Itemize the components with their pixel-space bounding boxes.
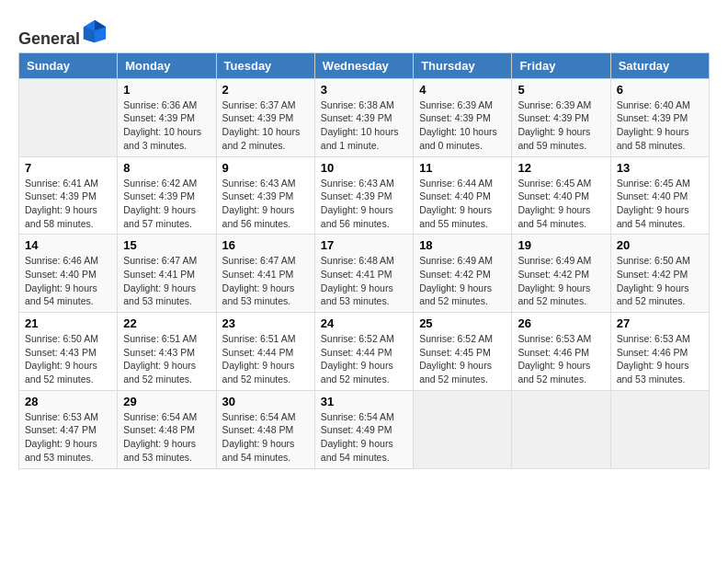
day-header-friday: Friday [512,52,610,78]
day-info: Sunrise: 6:53 AMSunset: 4:46 PMDaylight:… [617,332,703,386]
calendar-week-row: 14Sunrise: 6:46 AMSunset: 4:40 PMDayligh… [19,235,710,313]
calendar-cell: 7Sunrise: 6:41 AMSunset: 4:39 PMDaylight… [19,156,118,235]
calendar-cell: 14Sunrise: 6:46 AMSunset: 4:40 PMDayligh… [19,235,118,313]
calendar-cell: 26Sunrise: 6:53 AMSunset: 4:46 PMDayligh… [512,313,610,391]
day-info: Sunrise: 6:54 AMSunset: 4:48 PMDaylight:… [222,410,309,465]
day-info: Sunrise: 6:44 AMSunset: 4:40 PMDaylight:… [419,177,506,231]
day-info: Sunrise: 6:54 AMSunset: 4:49 PMDaylight:… [321,410,407,465]
day-number: 3 [321,83,407,97]
calendar-cell [610,390,709,468]
day-number: 21 [25,316,111,330]
day-number: 6 [617,83,703,97]
day-number: 17 [321,238,407,252]
day-number: 5 [518,83,604,97]
calendar-cell: 9Sunrise: 6:43 AMSunset: 4:39 PMDaylight… [216,156,314,235]
day-info: Sunrise: 6:52 AMSunset: 4:45 PMDaylight:… [419,332,506,386]
calendar-cell: 13Sunrise: 6:45 AMSunset: 4:40 PMDayligh… [610,156,709,235]
day-number: 22 [123,316,210,330]
day-info: Sunrise: 6:51 AMSunset: 4:44 PMDaylight:… [222,332,309,386]
day-info: Sunrise: 6:38 AMSunset: 4:39 PMDaylight:… [321,98,407,153]
calendar-cell: 8Sunrise: 6:42 AMSunset: 4:39 PMDaylight… [118,156,216,235]
calendar-cell: 20Sunrise: 6:50 AMSunset: 4:42 PMDayligh… [610,235,709,313]
day-info: Sunrise: 6:40 AMSunset: 4:39 PMDaylight:… [617,98,703,153]
calendar-cell: 25Sunrise: 6:52 AMSunset: 4:45 PMDayligh… [414,313,512,391]
calendar-cell: 24Sunrise: 6:52 AMSunset: 4:44 PMDayligh… [314,313,413,391]
calendar-cell: 17Sunrise: 6:48 AMSunset: 4:41 PMDayligh… [314,235,413,313]
day-number: 26 [518,316,604,330]
day-number: 13 [617,161,703,175]
calendar-cell: 16Sunrise: 6:47 AMSunset: 4:41 PMDayligh… [216,235,314,313]
day-number: 30 [222,395,309,408]
day-info: Sunrise: 6:50 AMSunset: 4:43 PMDaylight:… [25,332,111,386]
day-info: Sunrise: 6:39 AMSunset: 4:39 PMDaylight:… [419,98,506,153]
day-info: Sunrise: 6:42 AMSunset: 4:39 PMDaylight:… [123,177,210,231]
day-number: 23 [222,316,309,330]
calendar-cell [512,390,610,468]
page-header: General [18,18,710,43]
day-header-saturday: Saturday [610,52,709,78]
day-number: 8 [123,161,210,175]
day-number: 12 [518,161,604,175]
calendar-cell: 22Sunrise: 6:51 AMSunset: 4:43 PMDayligh… [118,313,216,391]
day-info: Sunrise: 6:53 AMSunset: 4:47 PMDaylight:… [25,410,111,465]
calendar-body: 1Sunrise: 6:36 AMSunset: 4:39 PMDaylight… [19,78,710,468]
calendar-cell: 4Sunrise: 6:39 AMSunset: 4:39 PMDaylight… [414,78,512,156]
day-number: 7 [25,161,111,175]
calendar-cell: 18Sunrise: 6:49 AMSunset: 4:42 PMDayligh… [414,235,512,313]
logo-icon [82,18,108,44]
day-header-wednesday: Wednesday [314,52,413,78]
day-header-tuesday: Tuesday [216,52,314,78]
calendar-week-row: 28Sunrise: 6:53 AMSunset: 4:47 PMDayligh… [19,390,710,468]
calendar-cell: 15Sunrise: 6:47 AMSunset: 4:41 PMDayligh… [118,235,216,313]
day-number: 2 [222,83,309,97]
day-info: Sunrise: 6:41 AMSunset: 4:39 PMDaylight:… [25,177,111,231]
calendar-cell [19,78,118,156]
day-number: 1 [123,83,210,97]
calendar-cell: 10Sunrise: 6:43 AMSunset: 4:39 PMDayligh… [314,156,413,235]
day-info: Sunrise: 6:49 AMSunset: 4:42 PMDaylight:… [419,254,506,308]
day-info: Sunrise: 6:47 AMSunset: 4:41 PMDaylight:… [123,254,210,308]
day-number: 20 [617,238,703,252]
day-number: 4 [419,83,506,97]
day-number: 27 [617,316,703,330]
calendar-cell: 5Sunrise: 6:39 AMSunset: 4:39 PMDaylight… [512,78,610,156]
calendar-week-row: 7Sunrise: 6:41 AMSunset: 4:39 PMDaylight… [19,156,710,235]
calendar-cell: 12Sunrise: 6:45 AMSunset: 4:40 PMDayligh… [512,156,610,235]
calendar-cell: 31Sunrise: 6:54 AMSunset: 4:49 PMDayligh… [314,390,413,468]
day-info: Sunrise: 6:43 AMSunset: 4:39 PMDaylight:… [321,177,407,231]
logo: General [18,18,108,43]
calendar-cell: 11Sunrise: 6:44 AMSunset: 4:40 PMDayligh… [414,156,512,235]
logo-general: General [18,29,80,48]
day-number: 24 [321,316,407,330]
day-number: 16 [222,238,309,252]
calendar-cell: 30Sunrise: 6:54 AMSunset: 4:48 PMDayligh… [216,390,314,468]
calendar-cell: 21Sunrise: 6:50 AMSunset: 4:43 PMDayligh… [19,313,118,391]
day-number: 28 [25,395,111,408]
day-info: Sunrise: 6:50 AMSunset: 4:42 PMDaylight:… [617,254,703,308]
day-info: Sunrise: 6:48 AMSunset: 4:41 PMDaylight:… [321,254,407,308]
day-info: Sunrise: 6:45 AMSunset: 4:40 PMDaylight:… [617,177,703,231]
day-header-monday: Monday [118,52,216,78]
day-header-sunday: Sunday [19,52,118,78]
day-info: Sunrise: 6:49 AMSunset: 4:42 PMDaylight:… [518,254,604,308]
day-number: 18 [419,238,506,252]
day-info: Sunrise: 6:39 AMSunset: 4:39 PMDaylight:… [518,98,604,153]
day-number: 14 [25,238,111,252]
day-number: 19 [518,238,604,252]
calendar-cell: 1Sunrise: 6:36 AMSunset: 4:39 PMDaylight… [118,78,216,156]
calendar-cell: 27Sunrise: 6:53 AMSunset: 4:46 PMDayligh… [610,313,709,391]
day-info: Sunrise: 6:53 AMSunset: 4:46 PMDaylight:… [518,332,604,386]
day-number: 10 [321,161,407,175]
day-info: Sunrise: 6:54 AMSunset: 4:48 PMDaylight:… [123,410,210,465]
day-number: 9 [222,161,309,175]
calendar-header-row: SundayMondayTuesdayWednesdayThursdayFrid… [19,52,710,78]
day-number: 11 [419,161,506,175]
day-info: Sunrise: 6:36 AMSunset: 4:39 PMDaylight:… [123,98,210,153]
calendar-cell: 23Sunrise: 6:51 AMSunset: 4:44 PMDayligh… [216,313,314,391]
calendar-cell: 3Sunrise: 6:38 AMSunset: 4:39 PMDaylight… [314,78,413,156]
day-info: Sunrise: 6:47 AMSunset: 4:41 PMDaylight:… [222,254,309,308]
calendar-cell: 19Sunrise: 6:49 AMSunset: 4:42 PMDayligh… [512,235,610,313]
calendar-table: SundayMondayTuesdayWednesdayThursdayFrid… [18,52,710,469]
calendar-cell: 2Sunrise: 6:37 AMSunset: 4:39 PMDaylight… [216,78,314,156]
day-info: Sunrise: 6:37 AMSunset: 4:39 PMDaylight:… [222,98,309,153]
